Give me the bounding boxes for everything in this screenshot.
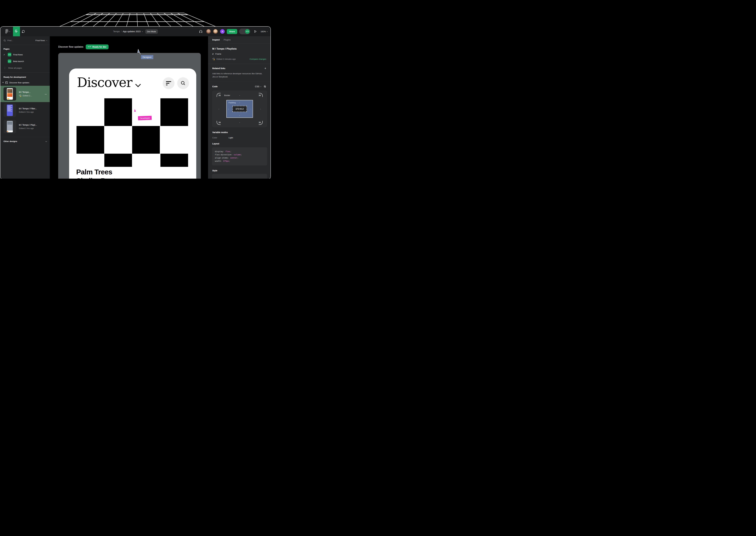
css-line: width: 375px; bbox=[215, 159, 264, 163]
code-language-dropdown[interactable]: CSS bbox=[255, 85, 261, 88]
perspective-grid-backdrop bbox=[0, 0, 271, 27]
toolbar: Tempo / App updates 2023 Dev Mode A Sha bbox=[0, 27, 271, 36]
frame-group-discover-flow-updates[interactable]: Discover flow updates bbox=[0, 80, 50, 86]
tab-plugins[interactable]: Plugins bbox=[224, 39, 231, 41]
border-top-value: - bbox=[239, 94, 240, 96]
code-settings-sliders-icon[interactable] bbox=[264, 85, 266, 88]
cursor-tool-icon bbox=[15, 29, 18, 33]
expand-triangle-icon[interactable] bbox=[2, 82, 4, 83]
frame-hash-icon: # bbox=[212, 52, 214, 55]
file-name: M / Tempo / Playl... bbox=[19, 124, 37, 126]
scope-dropdown[interactable]: Final flows bbox=[35, 39, 47, 42]
css-line: display: flex; bbox=[215, 150, 264, 153]
file-thumbnail bbox=[4, 87, 16, 101]
ready-for-dev-badge[interactable]: </> Ready for dev bbox=[86, 45, 109, 49]
phone-app-title: Discover bbox=[77, 76, 132, 89]
main-menu-button[interactable] bbox=[4, 29, 12, 34]
box-model-widget[interactable]: 36 36 36 36 Border - - - - Padding - - bbox=[212, 90, 267, 127]
present-button[interactable] bbox=[252, 28, 259, 35]
collaborator-avatar[interactable] bbox=[213, 29, 218, 34]
scope-label: Final flows bbox=[35, 39, 45, 42]
audio-call-button[interactable] bbox=[197, 28, 204, 35]
ready-badge-label: Ready for dev bbox=[92, 46, 107, 48]
file-menu-chevron-icon[interactable] bbox=[142, 31, 143, 32]
show-all-pages-label: Show all pages bbox=[8, 67, 22, 69]
related-links-description: Add links to reference developer resourc… bbox=[212, 72, 266, 78]
border-left-value: - bbox=[218, 108, 219, 110]
phone-mockup[interactable]: Discover bbox=[69, 69, 196, 179]
corner-radius-value: 36 bbox=[218, 121, 221, 123]
frame-group-label: Discover flow updates bbox=[9, 82, 29, 84]
selection-title: M / Tempo / Playlists bbox=[212, 47, 266, 50]
padding-right-value: - bbox=[250, 108, 251, 110]
style-header: Style bbox=[212, 169, 217, 172]
divider bbox=[208, 82, 271, 82]
code-language-value: CSS bbox=[255, 85, 259, 88]
padding-bottom-value: - bbox=[239, 114, 240, 117]
other-designs-section-toggle[interactable]: Other designs bbox=[0, 137, 50, 146]
stage: Tempo / App updates 2023 Dev Mode A Sha bbox=[0, 0, 271, 179]
breadcrumb-team[interactable]: Tempo bbox=[113, 30, 120, 33]
variable-modes-header: Variable modes bbox=[212, 131, 228, 134]
code-section-header: Code bbox=[212, 85, 217, 88]
find-input[interactable]: Find... bbox=[7, 39, 13, 42]
chevron-down-icon bbox=[46, 40, 47, 41]
filter-button[interactable] bbox=[163, 77, 175, 89]
share-button[interactable]: Share bbox=[227, 29, 237, 34]
code-toggle-knob: </> bbox=[245, 29, 249, 34]
designer-cursor-label: Designer bbox=[141, 55, 153, 59]
track-title: Palm Trees bbox=[76, 168, 112, 176]
canvas-frame-title[interactable]: Discover flow updates bbox=[58, 45, 83, 49]
breadcrumb-file-name[interactable]: App updates 2023 bbox=[123, 30, 141, 33]
select-tool-button[interactable] bbox=[13, 27, 20, 36]
headphones-icon bbox=[199, 30, 203, 33]
file-thumbnail bbox=[4, 120, 16, 133]
file-edited-label: Edited 2 hrs ago bbox=[19, 127, 34, 129]
style-css-code[interactable] bbox=[212, 174, 267, 179]
chevron-down-icon bbox=[135, 82, 141, 87]
add-link-button[interactable]: + bbox=[264, 67, 266, 69]
comment-tool-button[interactable] bbox=[20, 28, 27, 35]
file-row-tempo-filter[interactable]: M / Tempo / Filter... Edited 2 hrs ago bbox=[0, 102, 50, 118]
ready-for-development-header: Ready for development bbox=[4, 76, 50, 78]
canvas[interactable]: Discover flow updates </> Ready for dev … bbox=[50, 36, 208, 179]
zoom-level-dropdown[interactable]: 182% bbox=[260, 30, 268, 33]
chevron-down-icon bbox=[9, 31, 10, 32]
sidebar-page-final-flows[interactable]: ✓ </> Final flows bbox=[0, 51, 50, 58]
dev-mode-toggle[interactable]: </> bbox=[239, 29, 250, 34]
tab-inspect[interactable]: Inspect bbox=[212, 39, 220, 41]
open-file-arrow-icon[interactable]: → bbox=[44, 92, 47, 96]
selection-type: Frame bbox=[215, 53, 221, 55]
file-row-tempo-playlist[interactable]: M / Tempo / Playl... Edited 2 hrs ago bbox=[0, 118, 50, 135]
pages-header: Pages bbox=[4, 48, 50, 50]
developer-cursor-icon bbox=[133, 108, 138, 115]
sidebar-page-beta-launch[interactable]: </> Beta launch bbox=[0, 58, 50, 65]
padding-box[interactable]: Padding - - - - 375×812 bbox=[226, 100, 253, 118]
designer-cursor-icon bbox=[136, 49, 142, 55]
page-label: Beta launch bbox=[13, 60, 24, 62]
other-designs-label: Other designs bbox=[4, 140, 17, 143]
dev-mode-badge: Dev Mode bbox=[145, 29, 158, 34]
collaborator-avatar[interactable] bbox=[206, 29, 211, 34]
search-button[interactable] bbox=[177, 77, 189, 89]
ready-for-dev-badge-icon: </> bbox=[8, 59, 11, 63]
file-row-tempo-playlists-selected[interactable]: M / Tempo... Edited 2... → bbox=[0, 86, 50, 102]
figma-app-window: Tempo / App updates 2023 Dev Mode A Sha bbox=[0, 27, 271, 179]
current-user-avatar[interactable]: A bbox=[220, 29, 225, 34]
corner-radius-value: 36 bbox=[218, 94, 221, 96]
left-sidebar: Find... Final flows Pages ✓ </> Final fl… bbox=[0, 36, 50, 179]
corner-radius-value: 36 bbox=[259, 94, 261, 96]
layout-css-code[interactable]: display: flex; flex-direction: column; a… bbox=[212, 147, 267, 165]
related-links-header: Related links bbox=[212, 67, 225, 70]
variable-color-value[interactable]: Light bbox=[229, 137, 233, 139]
breadcrumb-separator: / bbox=[121, 30, 121, 33]
chevron-down-icon bbox=[45, 140, 47, 142]
kebab-icon: ⋮ bbox=[4, 67, 6, 69]
file-edited-label: Edited 2... bbox=[23, 94, 32, 97]
compare-changes-link[interactable]: Compare changes bbox=[249, 58, 266, 60]
zoom-level-value: 182% bbox=[260, 30, 266, 33]
padding-top-value: - bbox=[239, 101, 240, 104]
code-glyph-icon: </> bbox=[88, 46, 91, 48]
search-icon bbox=[181, 81, 186, 86]
show-all-pages-button[interactable]: ⋮ Show all pages bbox=[0, 65, 50, 71]
